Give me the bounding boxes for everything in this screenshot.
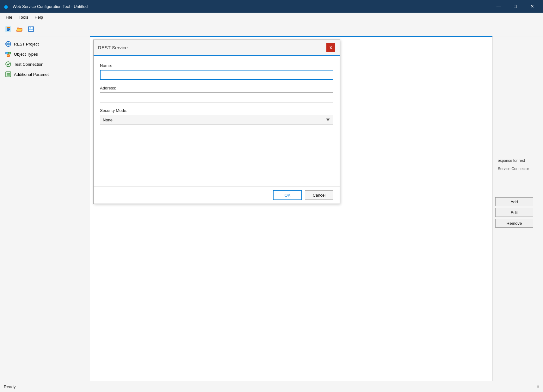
svg-rect-8	[8, 52, 11, 54]
address-label: Address:	[100, 86, 333, 90]
dialog-body: Name: Address: Security Mode: None Basic…	[94, 56, 340, 186]
sidebar: REST Project Object Types Test Connectio…	[0, 36, 90, 381]
right-panel-text2: Service Connector	[495, 165, 532, 173]
resize-grip: ⠿	[537, 385, 539, 389]
dialog-title: REST Service	[98, 45, 128, 50]
dialog-close-button[interactable]: x	[326, 43, 335, 52]
ok-button[interactable]: OK	[273, 190, 302, 200]
sidebar-item-additional-params[interactable]: Additional Paramet	[0, 69, 90, 79]
new-icon	[5, 26, 12, 33]
sidebar-item-test-connection[interactable]: Test Connection	[0, 59, 90, 69]
new-button[interactable]	[3, 23, 14, 35]
maximize-button[interactable]: □	[508, 2, 522, 11]
open-button[interactable]	[14, 23, 25, 35]
open-icon	[16, 26, 23, 33]
add-button[interactable]: Add	[495, 197, 533, 206]
sidebar-item-object-types-label: Object Types	[14, 52, 38, 57]
dialog-footer: OK Cancel	[94, 186, 340, 204]
status-bar: Ready ⠿	[0, 381, 543, 392]
app-icon: ◆	[4, 3, 10, 9]
sidebar-item-object-types[interactable]: Object Types	[0, 49, 90, 59]
name-field-group: Name:	[100, 63, 333, 80]
remove-button[interactable]: Remove	[495, 219, 533, 228]
security-mode-group: Security Mode: None Basic Windows Certif…	[100, 108, 333, 125]
dialog-header: REST Service x	[94, 40, 340, 56]
address-field-group: Address:	[100, 86, 333, 102]
test-connection-icon	[5, 61, 11, 67]
toolbar	[0, 22, 543, 36]
window-title: Web Service Configuration Tool - Untitle…	[13, 4, 88, 9]
object-types-icon	[5, 51, 11, 57]
sidebar-item-additional-params-label: Additional Paramet	[14, 72, 49, 77]
sidebar-item-rest-project[interactable]: REST Project	[0, 39, 90, 49]
name-input[interactable]	[100, 70, 333, 80]
svg-point-10	[6, 62, 11, 67]
right-panel-text1: esponse for rest	[495, 156, 532, 165]
title-bar: ◆ Web Service Configuration Tool - Untit…	[0, 0, 543, 13]
title-bar-controls: — □ ✕	[491, 2, 539, 11]
status-text: Ready	[4, 384, 16, 389]
name-label: Name:	[100, 63, 333, 68]
menu-bar: File Tools Help	[0, 13, 543, 22]
content-area: REST Service x Name: Address: Security M…	[90, 36, 492, 381]
svg-rect-12	[9, 75, 10, 76]
address-input[interactable]	[100, 92, 333, 102]
menu-tools[interactable]: Tools	[15, 14, 31, 21]
svg-rect-4	[30, 27, 31, 28]
right-panel-buttons: Add Edit Remove	[493, 195, 543, 230]
cancel-button[interactable]: Cancel	[305, 190, 333, 200]
minimize-button[interactable]: —	[491, 2, 506, 11]
rest-service-dialog: REST Service x Name: Address: Security M…	[93, 40, 340, 204]
right-panel: esponse for rest Service Connector Add E…	[492, 36, 543, 381]
sidebar-item-rest-project-label: REST Project	[14, 42, 39, 46]
additional-params-icon	[5, 71, 11, 77]
save-button[interactable]	[25, 23, 37, 35]
security-mode-label: Security Mode:	[100, 108, 333, 113]
main-layout: REST Project Object Types Test Connectio…	[0, 36, 543, 381]
svg-rect-7	[6, 52, 8, 54]
svg-rect-5	[29, 30, 33, 31]
edit-button[interactable]: Edit	[495, 208, 533, 217]
save-icon	[28, 26, 34, 33]
rest-project-icon	[5, 41, 11, 47]
menu-help[interactable]: Help	[31, 14, 46, 21]
title-bar-left: ◆ Web Service Configuration Tool - Untit…	[4, 3, 88, 9]
dialog-overlay: REST Service x Name: Address: Security M…	[90, 36, 492, 381]
svg-rect-9	[7, 55, 9, 57]
close-button[interactable]: ✕	[525, 2, 539, 11]
menu-file[interactable]: File	[3, 14, 15, 21]
security-mode-select[interactable]: None Basic Windows Certificate	[100, 115, 333, 125]
sidebar-item-test-connection-label: Test Connection	[14, 62, 43, 67]
